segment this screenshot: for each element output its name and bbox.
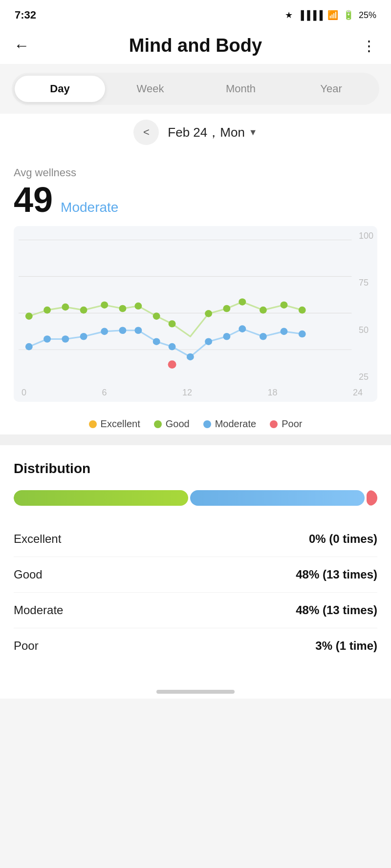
legend-label-good: Good xyxy=(166,418,190,430)
svg-point-24 xyxy=(101,301,108,309)
legend-label-moderate: Moderate xyxy=(215,418,257,430)
battery-icon: 🔋 xyxy=(343,10,354,21)
svg-point-9 xyxy=(119,327,126,334)
svg-point-27 xyxy=(153,312,160,320)
status-time: 7:32 xyxy=(15,9,36,21)
svg-point-8 xyxy=(101,328,108,335)
bluetooth-icon: ★ xyxy=(285,10,293,21)
svg-point-6 xyxy=(62,335,69,343)
more-button[interactable]: ⋮ xyxy=(362,37,377,54)
x-label-0: 0 xyxy=(22,388,26,398)
date-text: Feb 24，Mon xyxy=(168,124,245,141)
legend-excellent: Excellent xyxy=(89,418,140,430)
dropdown-icon: ▼ xyxy=(249,127,258,138)
back-button[interactable]: ← xyxy=(14,37,29,55)
svg-point-35 xyxy=(168,360,176,369)
svg-point-12 xyxy=(169,343,176,351)
distribution-title: Distribution xyxy=(14,461,377,476)
x-label-12: 12 xyxy=(182,388,192,398)
legend-label-poor: Poor xyxy=(282,418,302,430)
distribution-bar xyxy=(14,490,377,506)
svg-point-33 xyxy=(281,301,288,309)
y-label-50: 50 xyxy=(359,325,373,335)
svg-point-25 xyxy=(119,305,126,312)
section-divider xyxy=(0,434,391,445)
distribution-row-good: Good 48% (13 times) xyxy=(14,557,377,593)
chart-section: Avg wellness 49 Moderate 100 75 50 25 xyxy=(0,155,391,410)
avg-number: 49 xyxy=(14,182,53,217)
date-label[interactable]: Feb 24，Mon ▼ xyxy=(168,124,257,141)
x-label-18: 18 xyxy=(267,388,277,398)
y-label-25: 25 xyxy=(359,372,373,382)
svg-point-18 xyxy=(281,328,288,335)
distribution-card: Distribution Excellent 0% (0 times) Good… xyxy=(0,445,391,681)
svg-point-15 xyxy=(223,333,230,340)
svg-point-13 xyxy=(187,353,194,361)
svg-point-21 xyxy=(43,307,51,314)
chart-container: 100 75 50 25 xyxy=(14,226,377,402)
dist-value-moderate: 48% (13 times) xyxy=(296,603,377,617)
svg-point-34 xyxy=(299,307,306,314)
svg-point-5 xyxy=(43,335,51,343)
date-nav: < Feb 24，Mon ▼ xyxy=(0,114,391,155)
x-label-24: 24 xyxy=(353,388,363,398)
legend-dot-good xyxy=(154,420,162,428)
svg-point-11 xyxy=(153,338,160,345)
header: ← Mind and Body ⋮ xyxy=(0,26,391,64)
dist-value-poor: 3% (1 time) xyxy=(315,639,377,653)
tab-year[interactable]: Year xyxy=(286,76,376,102)
battery-percent: 25% xyxy=(359,10,376,21)
dist-value-excellent: 0% (0 times) xyxy=(309,532,377,546)
tab-bar: Day Week Month Year xyxy=(12,73,379,105)
page-title: Mind and Body xyxy=(129,35,262,56)
distribution-row-excellent: Excellent 0% (0 times) xyxy=(14,521,377,557)
tab-week[interactable]: Week xyxy=(105,76,196,102)
dist-bar-poor xyxy=(367,490,377,506)
svg-point-17 xyxy=(260,333,267,340)
status-bar: 7:32 ★ ▐▐▐▐ 📶 🔋 25% xyxy=(0,0,391,26)
date-back-button[interactable]: < xyxy=(133,120,159,145)
svg-point-29 xyxy=(205,310,212,317)
svg-point-14 xyxy=(205,338,212,345)
legend-dot-poor xyxy=(270,420,278,428)
svg-point-23 xyxy=(80,307,87,314)
tab-month[interactable]: Month xyxy=(196,76,286,102)
home-bar xyxy=(156,690,235,694)
wifi-icon: 📶 xyxy=(327,10,338,21)
tab-day[interactable]: Day xyxy=(15,76,105,102)
x-label-6: 6 xyxy=(102,388,107,398)
dist-bar-moderate xyxy=(190,490,365,506)
svg-point-22 xyxy=(62,304,69,311)
svg-point-7 xyxy=(80,333,87,340)
svg-point-30 xyxy=(223,305,230,312)
svg-point-31 xyxy=(239,298,246,306)
dist-label-good: Good xyxy=(14,568,43,581)
svg-point-26 xyxy=(134,303,142,310)
svg-point-20 xyxy=(25,312,33,320)
legend-label-excellent: Excellent xyxy=(101,418,140,430)
legend-poor: Poor xyxy=(270,418,302,430)
svg-point-19 xyxy=(299,331,306,338)
y-label-100: 100 xyxy=(359,231,373,241)
avg-wellness-label: Avg wellness xyxy=(14,166,377,179)
legend-good: Good xyxy=(154,418,190,430)
dist-label-poor: Poor xyxy=(14,639,39,653)
svg-point-10 xyxy=(134,327,142,334)
dist-label-excellent: Excellent xyxy=(14,532,61,546)
legend-dot-excellent xyxy=(89,420,97,428)
avg-status: Moderate xyxy=(61,200,118,215)
chart-y-labels: 100 75 50 25 xyxy=(359,231,373,382)
y-label-75: 75 xyxy=(359,278,373,288)
dist-value-good: 48% (13 times) xyxy=(296,568,377,581)
distribution-row-poor: Poor 3% (1 time) xyxy=(14,628,377,663)
legend-dot-moderate xyxy=(203,420,211,428)
legend-moderate: Moderate xyxy=(203,418,257,430)
home-indicator xyxy=(0,681,391,699)
svg-point-16 xyxy=(239,325,246,332)
distribution-row-moderate: Moderate 48% (13 times) xyxy=(14,593,377,628)
svg-point-4 xyxy=(25,343,33,351)
chart-legend: Excellent Good Moderate Poor xyxy=(0,410,391,434)
chart-svg xyxy=(19,235,372,382)
chart-x-labels: 0 6 12 18 24 xyxy=(22,388,363,398)
dist-label-moderate: Moderate xyxy=(14,603,63,617)
